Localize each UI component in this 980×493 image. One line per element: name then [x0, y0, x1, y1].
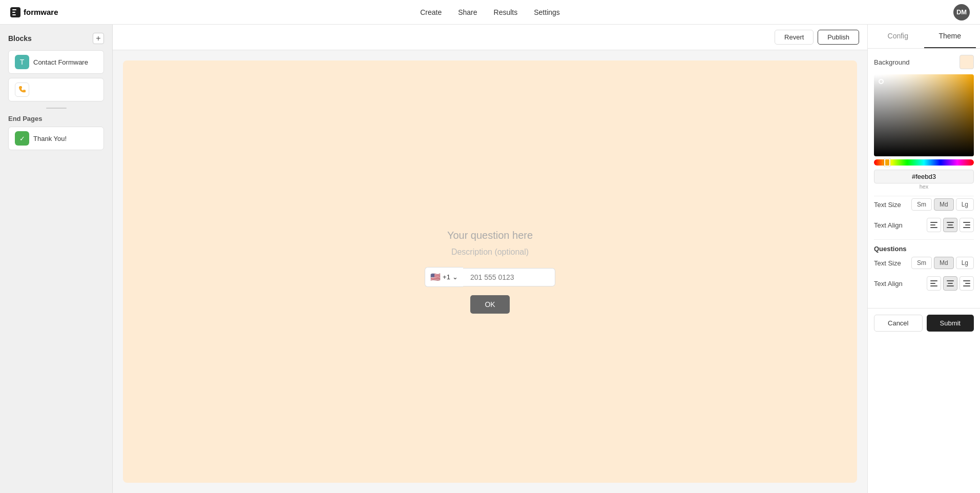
questions-text-size-label: Text Size [874, 259, 901, 267]
text-size-options: Sm Md Lg [911, 198, 974, 211]
q-text-size-lg[interactable]: Lg [956, 257, 974, 269]
nav-share[interactable]: Share [458, 8, 477, 16]
questions-section-title: Questions [874, 245, 974, 253]
svg-rect-3 [930, 227, 937, 228]
panel-tabs: Config Theme [868, 25, 980, 49]
publish-button[interactable]: Publish [818, 30, 859, 45]
questions-text-size-row: Text Size Sm Md Lg [874, 257, 974, 269]
panel-footer: Cancel Submit [868, 308, 980, 338]
form-preview: Your question here Description (optional… [123, 60, 857, 483]
color-gradient[interactable] [874, 74, 974, 156]
svg-rect-18 [963, 285, 970, 286]
svg-rect-5 [948, 224, 953, 225]
background-color-row: Background [874, 55, 974, 69]
separator-1 [874, 196, 974, 196]
tab-config[interactable]: Config [872, 25, 924, 48]
add-block-button[interactable]: + [93, 33, 104, 44]
svg-rect-1 [930, 222, 937, 223]
tab-theme[interactable]: Theme [924, 25, 976, 48]
revert-button[interactable]: Revert [775, 30, 814, 45]
svg-rect-10 [930, 280, 937, 281]
background-label: Background [874, 58, 909, 66]
end-page-label: Thank You! [33, 135, 67, 142]
hex-input-row: hex [874, 170, 974, 190]
canvas-content: Your question here Description (optional… [113, 50, 867, 493]
submit-button[interactable]: Submit [927, 315, 974, 332]
nav-create[interactable]: Create [420, 8, 442, 16]
q-align-right-button[interactable] [960, 276, 974, 291]
text-size-lg[interactable]: Lg [956, 198, 974, 211]
text-size-label: Text Size [874, 201, 901, 209]
hue-slider-container [874, 159, 974, 166]
gradient-black [874, 74, 974, 156]
svg-rect-9 [963, 227, 970, 228]
sidebar-header: Blocks + [8, 33, 104, 44]
phone-flag-button[interactable]: 🇺🇸 +1 ⌄ [425, 267, 463, 287]
svg-rect-8 [965, 224, 970, 225]
text-align-options [927, 218, 974, 232]
q-align-left-button[interactable] [927, 276, 941, 291]
text-size-row: Text Size Sm Md Lg [874, 198, 974, 211]
main-layout: Blocks + T Contact Formware End Pages ✓ … [0, 25, 980, 493]
sidebar-item-phone[interactable] [8, 78, 104, 101]
svg-rect-2 [930, 224, 935, 225]
flag-emoji: 🇺🇸 [430, 272, 441, 282]
top-nav: formware Create Share Results Settings D… [0, 0, 980, 25]
text-size-sm[interactable]: Sm [911, 198, 932, 211]
svg-rect-15 [947, 285, 954, 286]
align-right-button[interactable] [960, 218, 974, 232]
q-align-center-button[interactable] [943, 276, 957, 291]
logo: formware [10, 7, 58, 17]
questions-align-options [927, 276, 974, 291]
nav-results[interactable]: Results [494, 8, 518, 16]
text-size-md[interactable]: Md [934, 198, 954, 211]
end-pages-title: End Pages [8, 115, 104, 122]
block-icon-teal: T [15, 55, 29, 69]
sidebar-item-contact-formware[interactable]: T Contact Formware [8, 50, 104, 74]
nav-links: Create Share Results Settings [420, 8, 560, 16]
block-label-contact: Contact Formware [33, 58, 88, 66]
canvas-area: Revert Publish Your question here Descri… [113, 25, 867, 493]
color-picker[interactable]: hex [874, 74, 974, 190]
hex-label: hex [874, 183, 974, 190]
phone-code: +1 [443, 273, 450, 281]
svg-rect-6 [947, 227, 954, 228]
hue-slider[interactable] [874, 159, 974, 166]
dropdown-arrow-icon: ⌄ [452, 273, 458, 281]
text-align-row: Text Align [874, 218, 974, 232]
cancel-button[interactable]: Cancel [874, 315, 923, 332]
sidebar-divider [8, 108, 104, 109]
svg-rect-12 [930, 285, 937, 286]
svg-rect-7 [963, 222, 970, 223]
questions-text-align-row: Text Align [874, 276, 974, 291]
svg-rect-14 [948, 283, 953, 284]
logo-icon [10, 7, 20, 17]
block-icon-phone [15, 83, 29, 97]
q-text-size-sm[interactable]: Sm [911, 257, 932, 269]
phone-number-input[interactable] [463, 268, 555, 286]
questions-text-size-options: Sm Md Lg [911, 257, 974, 269]
svg-rect-4 [947, 222, 954, 223]
nav-settings[interactable]: Settings [534, 8, 560, 16]
svg-rect-16 [963, 280, 970, 281]
sidebar-item-thank-you[interactable]: ✓ Thank You! [8, 127, 104, 150]
end-page-icon: ✓ [15, 131, 29, 146]
right-panel: Config Theme Background [867, 25, 980, 493]
svg-rect-17 [965, 283, 970, 284]
q-text-size-md[interactable]: Md [934, 257, 954, 269]
preview-ok-button[interactable]: OK [470, 295, 509, 314]
questions-text-align-label: Text Align [874, 280, 903, 287]
hex-input[interactable] [874, 170, 974, 183]
gradient-cursor [879, 79, 884, 84]
align-center-button[interactable] [943, 218, 957, 232]
text-align-label: Text Align [874, 221, 903, 229]
avatar: DM [953, 4, 970, 20]
svg-rect-13 [947, 280, 954, 281]
color-swatch[interactable] [960, 55, 974, 69]
preview-phone-input: 🇺🇸 +1 ⌄ [425, 267, 555, 287]
align-left-button[interactable] [927, 218, 941, 232]
hue-thumb[interactable] [884, 158, 890, 167]
logo-text: formware [24, 8, 58, 16]
separator-2 [874, 239, 974, 240]
blocks-title: Blocks [8, 34, 32, 43]
